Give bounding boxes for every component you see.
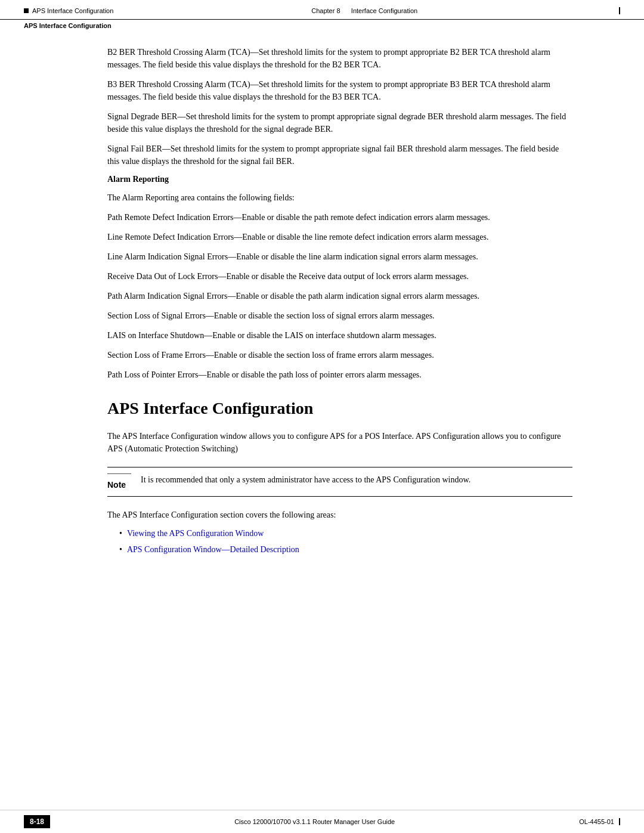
main-content: B2 BER Threshold Crossing Alarm (TCA)—Se…: [0, 34, 644, 577]
list-item-link2: APS Configuration Window—Detailed Descri…: [119, 543, 572, 556]
alarm-item-9: Path Loss of Pointer Errors—Enable or di…: [107, 368, 572, 381]
aps-section: APS Interface Configuration The APS Inte…: [107, 399, 572, 556]
page-container: APS Interface Configuration Chapter 8 In…: [0, 0, 644, 833]
aps-intro-text: The APS Interface Configuration window a…: [107, 430, 572, 455]
footer-right: OL-4455-01: [579, 818, 620, 825]
list-item-link1: Viewing the APS Configuration Window: [119, 527, 572, 540]
footer-center-text: Cisco 12000/10700 v3.1.1 Router Manager …: [234, 818, 395, 825]
header-chapter-title-left: APS Interface Configuration: [32, 7, 113, 14]
link-aps-detailed[interactable]: APS Configuration Window—Detailed Descri…: [127, 543, 299, 556]
alarm-reporting-intro: The Alarm Reporting area contains the fo…: [107, 191, 572, 204]
alarm-reporting-heading: Alarm Reporting: [107, 175, 572, 184]
paragraph-b2: B2 BER Threshold Crossing Alarm (TCA)—Se…: [107, 46, 572, 71]
header-chapter: Chapter 8: [311, 7, 340, 14]
header-bar-icon: [619, 7, 620, 14]
paragraph-signal-degrade: Signal Degrade BER—Set threshold limits …: [107, 110, 572, 135]
alarm-item-1: Path Remote Defect Indication Errors—Ena…: [107, 211, 572, 224]
alarm-item-3: Line Alarm Indication Signal Errors—Enab…: [107, 250, 572, 263]
footer-doc-id: OL-4455-01: [579, 818, 614, 825]
paragraph-signal-fail: Signal Fail BER—Set threshold limits for…: [107, 143, 572, 168]
page-footer: 8-18 Cisco 12000/10700 v3.1.1 Router Man…: [0, 810, 644, 833]
header-center: Chapter 8 Interface Configuration: [311, 7, 417, 14]
note-line-above: [107, 473, 131, 474]
alarm-item-7: LAIS on Interface Shutdown—Enable or dis…: [107, 329, 572, 342]
note-label: Note: [107, 480, 126, 490]
alarm-item-6: Section Loss of Signal Errors—Enable or …: [107, 309, 572, 322]
footer-page-number: 8-18: [24, 815, 50, 828]
link-viewing-aps[interactable]: Viewing the APS Configuration Window: [127, 527, 264, 540]
note-content: It is recommended that only a system adm…: [141, 473, 470, 486]
header-chapter-title: Interface Configuration: [351, 7, 417, 14]
aps-links-list: Viewing the APS Configuration Window APS…: [107, 527, 572, 556]
alarm-item-2: Line Remote Defect Indication Errors—Ena…: [107, 231, 572, 243]
square-icon: [24, 8, 29, 13]
alarm-item-8: Section Loss of Frame Errors—Enable or d…: [107, 349, 572, 361]
breadcrumb-text: APS Interface Configuration: [24, 22, 112, 29]
header-left: APS Interface Configuration: [24, 7, 113, 14]
note-box: Note It is recommended that only a syste…: [107, 467, 572, 497]
aps-section-title: APS Interface Configuration: [107, 399, 572, 418]
alarm-item-5: Path Alarm Indication Signal Errors—Enab…: [107, 290, 572, 302]
page-header: APS Interface Configuration Chapter 8 In…: [0, 0, 644, 20]
sub-header-breadcrumb: APS Interface Configuration: [0, 20, 644, 34]
alarm-item-4: Receive Data Out of Lock Errors—Enable o…: [107, 270, 572, 283]
paragraph-b3: B3 BER Threshold Crossing Alarm (TCA)—Se…: [107, 78, 572, 103]
covers-text: The APS Interface Configuration section …: [107, 509, 572, 521]
footer-bar-icon: [619, 818, 620, 825]
header-right: [615, 7, 620, 14]
